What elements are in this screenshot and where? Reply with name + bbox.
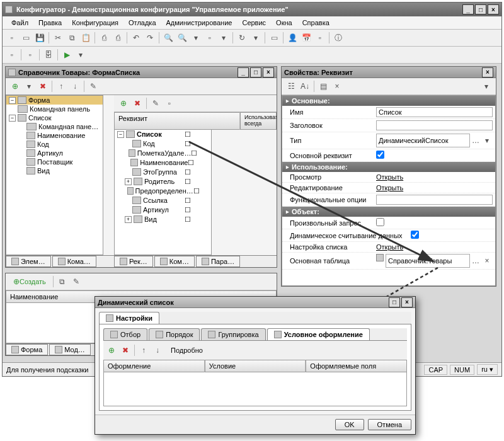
- help-icon[interactable]: ⓘ: [332, 32, 345, 44]
- tree-item[interactable]: Вид: [37, 167, 50, 175]
- link-view-open[interactable]: Открыть: [376, 173, 403, 181]
- clear-icon[interactable]: ×: [482, 255, 492, 267]
- tree-item[interactable]: Список: [28, 114, 52, 122]
- tab-filter[interactable]: Отбор: [103, 328, 147, 340]
- tb-icon-a[interactable]: ▾: [190, 32, 202, 44]
- dialog-max-button[interactable]: □: [389, 297, 400, 307]
- tab-req[interactable]: Рек…: [114, 256, 153, 267]
- detail-label[interactable]: Подробно: [171, 346, 203, 354]
- form-max-button[interactable]: □: [250, 67, 261, 77]
- menu-windows[interactable]: Окна: [271, 18, 297, 28]
- type-pick-icon[interactable]: …: [471, 134, 481, 147]
- dropdown-icon[interactable]: ▾: [480, 80, 493, 93]
- menu-file[interactable]: Файл: [6, 18, 33, 28]
- delete-icon[interactable]: ✖: [131, 97, 144, 110]
- copy-icon[interactable]: ⧉: [66, 32, 78, 44]
- tab-elements[interactable]: Элем…: [6, 256, 51, 267]
- calendar-icon[interactable]: 📅: [300, 32, 312, 44]
- maximize-button[interactable]: □: [475, 4, 486, 14]
- expander-icon[interactable]: −: [117, 131, 124, 138]
- tb-icon-e[interactable]: ▾: [249, 32, 262, 44]
- user-icon[interactable]: 👤: [286, 32, 299, 44]
- create-icon[interactable]: ⊕ Создать: [9, 275, 50, 288]
- col-condition[interactable]: Условие: [205, 360, 306, 372]
- windows-icon[interactable]: ▭: [268, 32, 280, 44]
- add-icon[interactable]: ⊕: [117, 97, 130, 110]
- preview-icon[interactable]: ⎙: [112, 32, 124, 44]
- input-caption[interactable]: [376, 120, 493, 130]
- up-icon[interactable]: ↑: [55, 80, 67, 93]
- tb-icon-c[interactable]: ▾: [217, 32, 230, 44]
- edit-icon[interactable]: ✎: [149, 97, 162, 110]
- req-item[interactable]: Артикул: [143, 206, 169, 214]
- link-edit-open[interactable]: Открыть: [376, 184, 403, 192]
- minimize-button[interactable]: _: [462, 4, 474, 14]
- tb-icon-b[interactable]: ▫: [203, 32, 216, 44]
- elements-tree[interactable]: −Форма Командная панель −Список Командна…: [6, 95, 103, 255]
- menu-service[interactable]: Сервис: [237, 18, 271, 28]
- cat-icon[interactable]: ☷: [285, 80, 297, 93]
- req-item[interactable]: Предопределен…: [135, 187, 193, 195]
- add-icon[interactable]: ⊕: [105, 344, 118, 357]
- tab-param[interactable]: Пара…: [196, 256, 240, 267]
- new-icon[interactable]: ▫: [6, 32, 18, 44]
- expander-icon[interactable]: −: [9, 115, 16, 122]
- sort-icon[interactable]: A↓: [299, 80, 311, 93]
- paste-icon[interactable]: 📋: [79, 32, 92, 44]
- close-button[interactable]: ×: [488, 4, 499, 14]
- form-min-button[interactable]: _: [238, 67, 249, 77]
- save-icon[interactable]: 💾: [33, 32, 46, 44]
- tab-commands[interactable]: Кома…: [52, 256, 96, 267]
- undo-icon[interactable]: ↶: [130, 32, 142, 44]
- edit-icon[interactable]: ✎: [87, 80, 100, 93]
- filter-icon[interactable]: ▤: [317, 80, 329, 93]
- col-appearance[interactable]: Оформление: [103, 360, 205, 372]
- type-dd-icon[interactable]: ▾: [482, 134, 492, 147]
- cut-icon[interactable]: ✂: [52, 32, 64, 44]
- req-col2[interactable]: Использовать всегда: [240, 112, 277, 130]
- delete-icon[interactable]: ✖: [119, 344, 132, 357]
- up-icon[interactable]: ↑: [137, 344, 150, 357]
- copy-icon[interactable]: ⧉: [56, 275, 69, 288]
- check-dynread[interactable]: [411, 231, 419, 239]
- tab-group[interactable]: Группировка: [201, 328, 265, 340]
- config-icon[interactable]: ▫: [6, 49, 18, 61]
- tree-item[interactable]: Артикул: [37, 149, 63, 157]
- open-icon[interactable]: ▭: [20, 32, 32, 44]
- find-icon[interactable]: 🔍: [162, 32, 175, 44]
- menu-admin[interactable]: Администрирование: [161, 18, 238, 28]
- input-maintable[interactable]: [386, 254, 470, 268]
- props-close-button[interactable]: ×: [482, 67, 493, 77]
- menu-debug[interactable]: Отладка: [123, 18, 161, 28]
- req-item[interactable]: Родитель: [144, 178, 175, 185]
- tree-item[interactable]: Поставщик: [37, 158, 72, 166]
- link-listsetup-open[interactable]: Открыть: [376, 243, 403, 251]
- db2-icon[interactable]: 🗄: [42, 49, 55, 61]
- req-item[interactable]: Наименование: [140, 159, 188, 166]
- tab-order[interactable]: Порядок: [149, 328, 200, 340]
- expander-icon[interactable]: −: [9, 97, 16, 104]
- req-root[interactable]: Список: [137, 130, 162, 138]
- tree-item[interactable]: Командная панель: [30, 105, 90, 113]
- req-item[interactable]: Ссылка: [143, 197, 168, 204]
- run-dropdown-icon[interactable]: ▾: [74, 49, 87, 61]
- requisites-tree[interactable]: −Список☐ Код☐ ПометкаУдале…☐ Наименовани…: [114, 130, 212, 255]
- run-icon[interactable]: ▶: [60, 49, 73, 61]
- pick-icon[interactable]: …: [471, 255, 481, 267]
- tree-item[interactable]: Код: [37, 140, 49, 148]
- req-item[interactable]: Код: [143, 140, 155, 147]
- ok-button[interactable]: OK: [335, 419, 364, 430]
- tab-form[interactable]: Форма: [6, 344, 48, 355]
- req-item[interactable]: ПометкаУдале…: [137, 149, 192, 157]
- tree-item[interactable]: Командная пане…: [38, 123, 98, 130]
- cols-icon[interactable]: ▫: [163, 97, 176, 110]
- expander-icon[interactable]: +: [125, 216, 132, 223]
- menu-help[interactable]: Справка: [297, 18, 335, 28]
- check-customq[interactable]: [376, 218, 384, 226]
- check-mainreq[interactable]: [376, 151, 384, 159]
- print-icon[interactable]: ⎙: [98, 32, 110, 44]
- section-use[interactable]: Использование:: [282, 162, 495, 172]
- add-dd-icon[interactable]: ▾: [23, 80, 35, 93]
- section-obj[interactable]: Объект:: [282, 207, 495, 217]
- section-main[interactable]: Основные:: [282, 96, 495, 106]
